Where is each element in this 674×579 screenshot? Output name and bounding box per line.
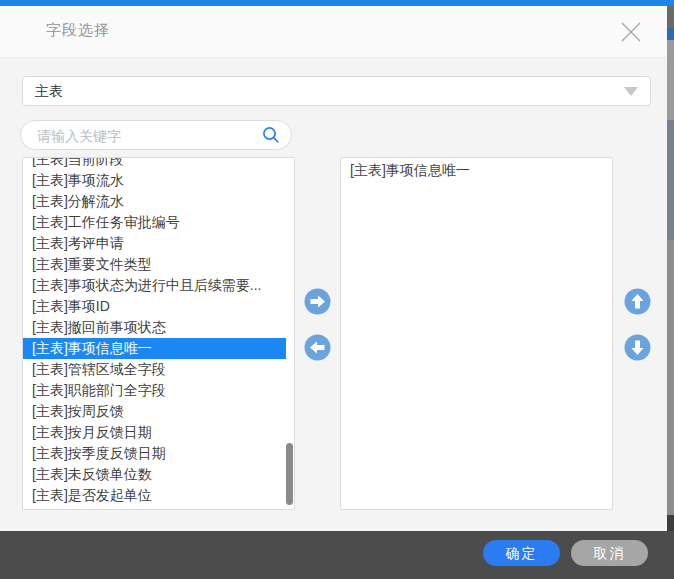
list-item[interactable]: [主表]事项信息唯一: [341, 160, 612, 181]
list-item[interactable]: [主表]工作任务审批编号: [23, 212, 286, 233]
list-item[interactable]: [主表]分解流水: [23, 191, 286, 212]
list-item[interactable]: [主表]考评申请: [23, 233, 286, 254]
list-item[interactable]: [主表]按季度反馈日期: [23, 443, 286, 464]
move-up-button[interactable]: [624, 288, 651, 315]
list-item[interactable]: [主表]重要文件类型: [23, 254, 286, 275]
strip-segment: [667, 40, 674, 120]
strip-segment: [667, 515, 674, 531]
list-item[interactable]: [主表]事项ID: [23, 296, 286, 317]
selected-fields-list[interactable]: [主表]事项信息唯一: [340, 157, 613, 510]
list-item[interactable]: [主表]管辖区域全字段: [23, 359, 286, 380]
strip-segment: [667, 28, 674, 40]
list-item[interactable]: [主表]是否发起单位: [23, 485, 286, 506]
available-fields-items: [主表]当前阶段[主表]事项流水[主表]分解流水[主表]工作任务审批编号[主表]…: [23, 157, 294, 506]
scrollbar-thumb[interactable]: [286, 443, 293, 505]
list-item[interactable]: [主表]事项状态为进行中且后续需要...: [23, 275, 286, 296]
close-button[interactable]: [619, 20, 643, 44]
list-item[interactable]: [主表]职能部门全字段: [23, 380, 286, 401]
window-accent-bar: [0, 0, 674, 6]
arrow-right-icon: [304, 288, 331, 315]
move-left-button[interactable]: [304, 334, 331, 361]
confirm-button[interactable]: 确定: [483, 540, 560, 566]
list-item[interactable]: [主表]按月反馈日期: [23, 422, 286, 443]
strip-segment: [667, 6, 674, 28]
move-right-button[interactable]: [304, 288, 331, 315]
strip-segment: [667, 120, 674, 240]
chevron-down-icon: [624, 87, 638, 96]
available-fields-list[interactable]: [主表]当前阶段[主表]事项流水[主表]分解流水[主表]工作任务审批编号[主表]…: [22, 157, 295, 510]
arrow-left-icon: [304, 334, 331, 361]
dropdown-selected-value: 主表: [35, 77, 63, 105]
search-box: [20, 120, 292, 150]
list-item[interactable]: [主表]事项信息唯一: [23, 338, 286, 359]
field-select-dialog: 字段选择 主表 [主表]当前阶段[主表]事项流水[主表]分解流水[主表]工作任务…: [0, 0, 674, 579]
list-item[interactable]: [主表]当前阶段: [23, 157, 286, 170]
list-item[interactable]: [主表]撤回前事项状态: [23, 317, 286, 338]
move-down-button[interactable]: [624, 334, 651, 361]
close-icon: [619, 20, 643, 44]
cancel-button[interactable]: 取消: [571, 540, 648, 566]
arrow-up-icon: [624, 288, 651, 315]
list-item[interactable]: [主表]未反馈单位数: [23, 464, 286, 485]
arrow-down-icon: [624, 334, 651, 361]
table-select-dropdown[interactable]: 主表: [22, 76, 651, 106]
dialog-footer: 确定 取消: [0, 531, 674, 579]
dialog-title: 字段选择: [46, 21, 110, 40]
strip-segment: [667, 240, 674, 515]
selected-fields-items: [主表]事项信息唯一: [341, 160, 612, 181]
list-item[interactable]: [主表]按周反馈: [23, 401, 286, 422]
list-item[interactable]: [主表]事项流水: [23, 170, 286, 191]
search-icon[interactable]: [262, 126, 280, 148]
dialog-header: 字段选择: [0, 6, 667, 58]
background-page-strip: [667, 0, 674, 579]
search-input[interactable]: [35, 124, 249, 148]
